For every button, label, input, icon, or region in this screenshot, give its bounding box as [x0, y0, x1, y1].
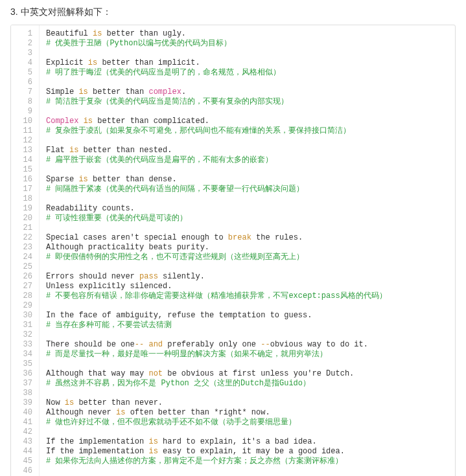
code-line: Beautiful is better than ugly.: [46, 29, 449, 39]
line-number: 39: [15, 398, 32, 408]
code-token: better than complicated.: [93, 117, 209, 126]
line-number: 31: [15, 321, 32, 330]
code-line: [46, 223, 449, 233]
code-line: [46, 194, 449, 204]
code-line: Complex is better than complicated.: [46, 117, 449, 126]
line-number: 32: [15, 330, 32, 340]
line-number: 18: [15, 194, 32, 204]
code-token: There should be one: [46, 340, 135, 349]
code-token: obvious way to do it.: [270, 340, 368, 349]
code-token-kw: and: [148, 340, 163, 349]
code-token-kw: is: [116, 408, 125, 417]
code-token: easy to explain, it may be a good idea.: [158, 447, 345, 456]
line-number: 27: [15, 282, 32, 291]
code-line: [46, 49, 449, 58]
code-line: If the implementation is hard to explain…: [46, 437, 449, 447]
line-number: 21: [15, 223, 32, 233]
code-token: Now: [46, 398, 65, 407]
code-token-cm: # 做也许好过不做，但不假思索就动手还不如不做（动手之前要细思量）: [46, 418, 296, 427]
code-token-kw: pass: [139, 272, 158, 281]
line-number: 43: [15, 437, 32, 447]
code-line: Unless explicitly silenced.: [46, 282, 449, 291]
code-token-kw: is: [148, 447, 157, 456]
line-number: 30: [15, 311, 32, 321]
line-number: 35: [15, 359, 32, 369]
code-line: # 扁平胜于嵌套（优美的代码应当是扁平的，不能有太多的嵌套）: [46, 155, 449, 165]
code-line: # 做也许好过不做，但不假思索就动手还不如不做（动手之前要细思量）: [46, 418, 449, 427]
line-number: 42: [15, 427, 32, 437]
code-token: Explicit: [46, 58, 88, 67]
line-number: 13: [15, 146, 32, 155]
line-number: 37: [15, 379, 32, 389]
code-token: better than dense.: [88, 175, 177, 184]
code-token-cm: # 可读性很重要（优美的代码是可读的）: [46, 214, 187, 223]
code-token-kw: is: [93, 29, 102, 38]
code-line: Although that way may not be obvious at …: [46, 369, 449, 379]
code-token-kw: is: [148, 437, 157, 446]
line-number: 4: [15, 58, 32, 68]
line-number: 25: [15, 262, 32, 272]
code-token-cm: # 如果你无法向人描述你的方案，那肯定不是一个好方案；反之亦然（方案测评标准）: [46, 457, 343, 466]
code-content: Beautiful is better than ugly.# 优美胜于丑陋（P…: [40, 25, 455, 476]
code-token: Sparse: [46, 175, 78, 184]
code-token: silently.: [158, 272, 205, 281]
code-token-name: complex: [148, 87, 181, 96]
line-number: 19: [15, 204, 32, 214]
code-token-kw: break: [228, 233, 251, 242]
code-token-cm: # 而是尽量找一种，最好是唯一一种明显的解决方案（如果不确定，就用穷举法）: [46, 350, 327, 359]
code-line: # 复杂胜于凌乱（如果复杂不可避免，那代码间也不能有难懂的关系，要保持接口简洁）: [46, 126, 449, 136]
code-token: Beautiful: [46, 29, 93, 38]
code-token-kw: is: [88, 58, 97, 67]
code-token: Although never: [46, 408, 116, 417]
line-number: 36: [15, 369, 32, 379]
line-number: 12: [15, 136, 32, 146]
code-token-cm: # 优美胜于丑陋（Python以编与优美的代码为目标）: [46, 39, 231, 48]
code-line: # 虽然这并不容易，因为你不是 Python 之父（这里的Dutch是指Guid…: [46, 379, 449, 389]
line-number: 15: [15, 165, 32, 175]
code-token: Readability counts.: [46, 204, 135, 213]
code-line: Special cases aren't special enough to b…: [46, 233, 449, 243]
code-token-cm: # 间隔胜于紧凑（优美的代码有适当的间隔，不要奢望一行代码解决问题）: [46, 185, 304, 194]
line-number: 1: [15, 29, 32, 39]
code-token: hard to explain, it's a bad idea.: [158, 437, 317, 446]
line-number: 23: [15, 243, 32, 253]
code-token-kw: is: [65, 398, 74, 407]
code-token-kw: not: [148, 369, 163, 378]
code-line: # 而是尽量找一种，最好是唯一一种明显的解决方案（如果不确定，就用穷举法）: [46, 350, 449, 359]
line-number: 38: [15, 389, 32, 398]
code-token: Unless explicitly silenced.: [46, 282, 172, 291]
code-token-cm: # 明了胜于晦涩（优美的代码应当是明了的，命名规范，风格相似）: [46, 68, 281, 77]
code-line: # 简洁胜于复杂（优美的代码应当是简洁的，不要有复杂的内部实现）: [46, 97, 449, 107]
code-line: Although never is often better than *rig…: [46, 408, 449, 418]
code-token-cm: # 虽然这并不容易，因为你不是 Python 之父（这里的Dutch是指Guid…: [46, 379, 310, 388]
line-number: 9: [15, 107, 32, 117]
code-line: # 可读性很重要（优美的代码是可读的）: [46, 214, 449, 223]
code-line: Simple is better than complex.: [46, 87, 449, 97]
code-line: Flat is better than nested.: [46, 146, 449, 155]
code-token: Although that way may: [46, 369, 148, 378]
code-token-cm: # 扁平胜于嵌套（优美的代码应当是扁平的，不能有太多的嵌套）: [46, 155, 273, 164]
line-number: 7: [15, 87, 32, 97]
code-line: Although practicality beats purity.: [46, 243, 449, 253]
code-token: preferably only one: [163, 340, 261, 349]
code-token-cm: # 简洁胜于复杂（优美的代码应当是简洁的，不要有复杂的内部实现）: [46, 97, 288, 106]
line-number: 16: [15, 175, 32, 185]
code-line: [46, 165, 449, 175]
line-number: 33: [15, 340, 32, 350]
code-token-cm: # 即便假借特例的实用性之名，也不可违背这些规则（这些规则至高无上）: [46, 253, 304, 262]
code-token-kw: is: [69, 146, 78, 155]
line-number-gutter: 1234567891011121314151617181920212223242…: [11, 25, 40, 476]
code-block: 1234567891011121314151617181920212223242…: [10, 25, 456, 476]
line-number: 2: [15, 39, 32, 49]
code-line: # 如果你无法向人描述你的方案，那肯定不是一个好方案；反之亦然（方案测评标准）: [46, 457, 449, 466]
line-number: 41: [15, 418, 32, 427]
line-number: 34: [15, 350, 32, 359]
code-token: be obvious at first unless you're Dutch.: [163, 369, 354, 378]
code-token: better than implicit.: [97, 58, 200, 67]
code-line: Sparse is better than dense.: [46, 175, 449, 185]
code-line: # 不要包容所有错误，除非你确定需要这样做（精准地捕获异常，不写except:p…: [46, 291, 449, 301]
code-token-kw: is: [84, 117, 93, 126]
code-line: # 当存在多种可能，不要尝试去猜测: [46, 321, 449, 330]
line-number: 17: [15, 185, 32, 194]
code-line: In the face of ambiguity, refuse the tem…: [46, 311, 449, 321]
